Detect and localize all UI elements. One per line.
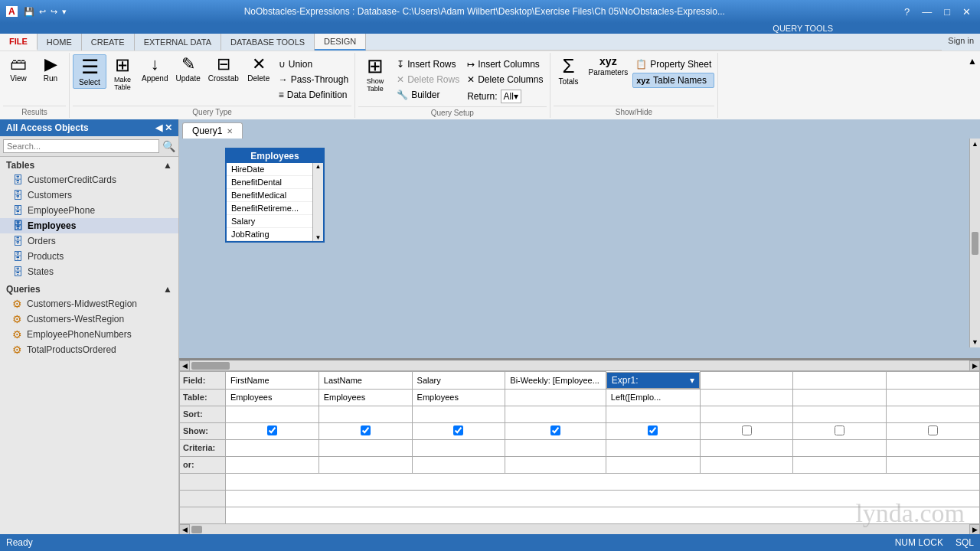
sort-4[interactable] xyxy=(505,406,606,422)
field-salary[interactable]: Salary xyxy=(412,372,505,390)
maketable-button[interactable]: ⊞ MakeTable xyxy=(108,54,137,93)
sidebar-item-employeephone[interactable]: 🗄 EmployeePhone xyxy=(0,203,178,218)
field-empty3[interactable] xyxy=(887,372,980,390)
criteria-6[interactable] xyxy=(700,439,793,456)
field-empty2[interactable] xyxy=(793,372,887,390)
sidebar-item-employeephonenumbers[interactable]: ⚙ EmployeePhoneNumbers xyxy=(0,327,178,342)
show-5[interactable] xyxy=(606,422,700,439)
criteria-3[interactable] xyxy=(412,439,505,456)
scroll-right-btn[interactable]: ▶ xyxy=(969,360,980,371)
crosstab-button[interactable]: ⊟ Crosstab xyxy=(205,54,242,84)
signin-button[interactable]: Sign in xyxy=(942,34,980,51)
table-employees-1[interactable]: Employees xyxy=(226,389,319,406)
show-8[interactable] xyxy=(887,422,980,439)
showtable-button[interactable]: ⊞ ShowTable xyxy=(358,54,392,94)
sidebar-item-customers[interactable]: 🗄 Customers xyxy=(0,187,178,203)
sort-2[interactable] xyxy=(318,406,412,422)
sidebar-item-employees[interactable]: 🗄 Employees xyxy=(0,218,178,233)
grid-scroll-left[interactable]: ◀ xyxy=(179,524,190,535)
table-biweekly[interactable] xyxy=(505,389,606,406)
table-field-benefitretirement[interactable]: BenefitRetireme... xyxy=(227,202,312,215)
sidebar-item-customercreditcards[interactable]: 🗄 CustomerCreditCards xyxy=(0,172,178,187)
totals-button[interactable]: Σ Totals xyxy=(554,54,584,87)
table-field-benefitmedical[interactable]: BenefitMedical xyxy=(227,189,312,202)
show-3[interactable] xyxy=(412,422,505,439)
sidebar-item-customerswest[interactable]: ⚙ Customers-WestRegion xyxy=(0,311,178,327)
extra-cell-2[interactable] xyxy=(226,490,980,507)
table-scroll-up[interactable]: ▲ xyxy=(313,163,323,170)
show-7[interactable] xyxy=(793,422,887,439)
tab-dbtools[interactable]: DATABASE TOOLS xyxy=(221,34,315,51)
table-field-benefitdental[interactable]: BenefitDental xyxy=(227,176,312,189)
show-checkbox-3[interactable] xyxy=(453,425,463,435)
search-input[interactable] xyxy=(3,139,159,153)
show-checkbox-8[interactable] xyxy=(928,425,938,435)
parameters-button[interactable]: xyz Parameters xyxy=(586,54,632,78)
table-empty1[interactable] xyxy=(700,389,793,406)
collapse-icon[interactable]: ▲ xyxy=(968,56,977,67)
or-2[interactable] xyxy=(318,456,412,473)
expr1-dropdown[interactable]: ▾ xyxy=(690,375,694,386)
table-empty2[interactable] xyxy=(793,389,887,406)
or-1[interactable] xyxy=(226,456,319,473)
tab-home[interactable]: HOME xyxy=(38,34,82,51)
sidebar-item-products[interactable]: 🗄 Products xyxy=(0,249,178,264)
builder-button[interactable]: 🔧 Builder xyxy=(394,88,462,102)
field-firstname[interactable]: FirstName xyxy=(226,372,319,390)
sort-6[interactable] xyxy=(700,406,793,422)
extra-cell-1[interactable] xyxy=(226,473,980,490)
delete-button[interactable]: ✕ Delete xyxy=(243,54,274,84)
close-button[interactable]: ✕ xyxy=(959,6,974,18)
criteria-4[interactable] xyxy=(505,439,606,456)
table-employees-2[interactable]: Employees xyxy=(318,389,412,406)
deletecols-button[interactable]: ✕ Delete Columns xyxy=(464,73,546,86)
passthrough-button[interactable]: → Pass-Through xyxy=(276,73,351,86)
insertrows-button[interactable]: ↧ Insert Rows xyxy=(394,57,462,71)
deleterows-button[interactable]: ✕ Delete Rows xyxy=(394,73,462,86)
scroll-up-arrow[interactable]: ▲ xyxy=(970,139,980,149)
field-empty1[interactable] xyxy=(700,372,793,390)
show-6[interactable] xyxy=(700,422,793,439)
scroll-left-btn[interactable]: ◀ xyxy=(179,360,190,371)
show-4[interactable] xyxy=(505,422,606,439)
vertical-scrollbar[interactable]: ▲ ▼ xyxy=(969,139,980,347)
return-dropdown[interactable]: All ▾ xyxy=(501,90,521,103)
table-scrollbar[interactable]: ▲ ▼ xyxy=(312,163,323,241)
sort-7[interactable] xyxy=(793,406,887,422)
sidebar-item-customersmidwest[interactable]: ⚙ Customers-MidwestRegion xyxy=(0,296,178,311)
or-4[interactable] xyxy=(505,456,606,473)
update-button[interactable]: ✎ Update xyxy=(172,54,203,84)
show-checkbox-4[interactable] xyxy=(550,425,560,435)
criteria-7[interactable] xyxy=(793,439,887,456)
sort-5[interactable] xyxy=(606,406,700,422)
table-field-salary[interactable]: Salary xyxy=(227,215,312,228)
criteria-5[interactable] xyxy=(606,439,700,456)
save-btn[interactable]: 💾 xyxy=(22,5,36,18)
query-tab[interactable]: Query1 ✕ xyxy=(182,122,243,139)
field-expr1[interactable]: Expr1: ▾ xyxy=(606,372,700,389)
show-checkbox-5[interactable] xyxy=(648,425,658,435)
tables-section-header[interactable]: Tables ▲ xyxy=(0,158,178,172)
field-biweekly[interactable]: Bi-Weekly: [Employee... xyxy=(505,372,606,390)
customize-btn[interactable]: ▾ xyxy=(60,5,68,18)
show-1[interactable] xyxy=(226,422,319,439)
table-expr1[interactable]: Left([Emplo... xyxy=(606,389,700,406)
return-control[interactable]: Return: All ▾ xyxy=(464,88,546,105)
append-button[interactable]: ↓ Append xyxy=(139,54,171,84)
table-employees-3[interactable]: Employees xyxy=(412,389,505,406)
or-7[interactable] xyxy=(793,456,887,473)
table-scroll-down[interactable]: ▼ xyxy=(313,234,323,241)
show-checkbox-6[interactable] xyxy=(742,425,752,435)
tab-create[interactable]: CREATE xyxy=(82,34,135,51)
criteria-8[interactable] xyxy=(887,439,980,456)
query-tab-close[interactable]: ✕ xyxy=(227,127,233,135)
maximize-button[interactable]: □ xyxy=(941,6,953,18)
sidebar-item-states[interactable]: 🗄 States xyxy=(0,264,178,279)
select-button[interactable]: ☰ Select xyxy=(73,54,106,89)
criteria-1[interactable] xyxy=(226,439,319,456)
redo-btn[interactable]: ↪ xyxy=(49,5,59,18)
scroll-down-arrow[interactable]: ▼ xyxy=(970,337,980,347)
tab-design[interactable]: DESIGN xyxy=(315,34,366,51)
or-5[interactable] xyxy=(606,456,700,473)
show-checkbox-2[interactable] xyxy=(361,425,371,435)
